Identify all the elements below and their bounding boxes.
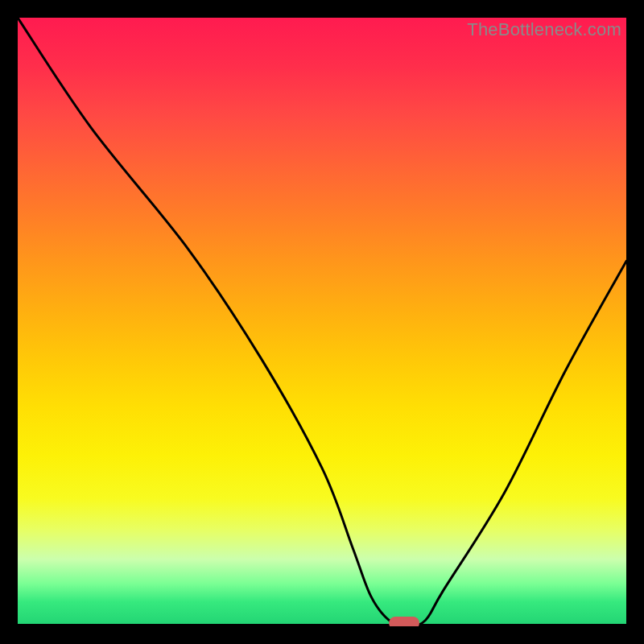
bottleneck-curve-line xyxy=(18,18,626,626)
chart-frame: TheBottleneck.com xyxy=(0,0,644,644)
chart-overlay xyxy=(18,18,626,626)
optimum-marker xyxy=(389,617,419,626)
chart-plot-area: TheBottleneck.com xyxy=(18,18,626,626)
